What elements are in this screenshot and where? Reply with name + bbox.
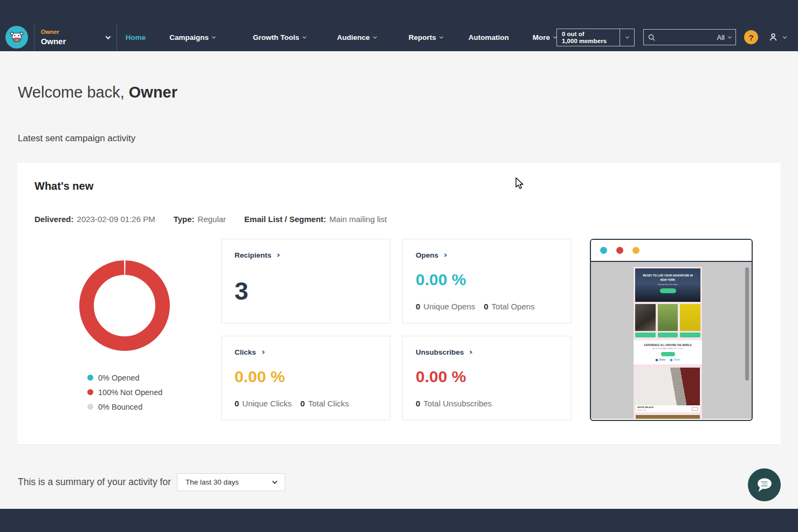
email-photo-row [635, 304, 700, 331]
chat-bubble-icon [754, 475, 775, 495]
campaign-title: What's new [35, 180, 93, 192]
nav-campaigns[interactable]: Campaigns [169, 33, 215, 42]
facebook-share-link: Share [656, 358, 665, 361]
nav-home[interactable]: Home [126, 33, 146, 42]
chevron-down-icon [783, 34, 787, 38]
campaign-meta: Delivered:2023-02-09 01:26 PM Type:Regul… [35, 215, 405, 224]
chevron-down-icon [272, 479, 278, 484]
user-menu[interactable] [768, 32, 786, 43]
browser-chrome [591, 240, 752, 262]
chevron-down-icon [620, 29, 634, 46]
email-hotel-photo [636, 368, 700, 405]
email-preview-body: READY TO LIVE YOUR ADVENTURE IN NEW YORK… [591, 262, 752, 419]
opens-rate: 0.00 % [416, 271, 466, 289]
help-button[interactable]: ? [744, 30, 758, 44]
email-photo [635, 304, 656, 331]
account-switcher[interactable]: Owner Owner [34, 23, 117, 51]
global-search: All [643, 29, 736, 45]
facebook-icon [656, 359, 658, 361]
campaign-activity-card: What's new Delivered:2023-02-09 01:26 PM… [17, 163, 781, 444]
brand-logo[interactable] [0, 26, 34, 49]
search-input[interactable] [658, 33, 714, 42]
email-cta-button [660, 288, 676, 293]
delivered-meta: Delivered:2023-02-09 01:26 PM [35, 215, 155, 224]
bounced-dot-icon [87, 404, 93, 410]
chevron-right-icon [276, 253, 280, 257]
email-preview-thumbnail[interactable]: READY TO LIVE YOUR ADVENTURE IN NEW YORK… [590, 239, 753, 421]
email-listing-caption: WHITE PALACEHotel, City [636, 405, 700, 412]
chevron-right-icon [261, 350, 265, 354]
unsubscribes-rate: 0.00 % [416, 368, 466, 386]
legend-item-bounced: 0% Bounced [87, 399, 162, 414]
cow-mascot-icon [5, 26, 28, 49]
opens-donut-chart [79, 260, 170, 351]
clicks-details: 0Unique Clicks 0Total Clicks [235, 399, 349, 408]
legend-item-opened: 0% Opened [87, 370, 162, 385]
page-title: Welcome back, Owner [18, 84, 177, 101]
legend-item-not-opened: 100% Not Opened [87, 385, 162, 399]
unsubscribes-details: 0Total Unsubscribes [416, 399, 492, 408]
welcome-user-name: Owner [129, 84, 177, 101]
user-icon [768, 32, 779, 43]
recipients-value: 3 [235, 277, 249, 306]
account-name: Owner [41, 37, 66, 46]
members-quota-text: 0 out of 1,000 members [557, 29, 620, 46]
email-content: READY TO LIVE YOUR ADVENTURE IN NEW YORK… [634, 267, 702, 419]
not-opened-dot-icon [87, 389, 93, 395]
search-icon [648, 34, 655, 41]
window-dot-icon [616, 247, 623, 254]
clicks-link[interactable]: Clicks [235, 348, 377, 356]
email-cta-button [661, 352, 675, 356]
opened-dot-icon [87, 375, 93, 381]
nav-reports[interactable]: Reports [409, 33, 443, 42]
members-quota-dropdown[interactable]: 0 out of 1,000 members [556, 29, 635, 46]
chevron-down-icon [105, 34, 111, 39]
nav-automation[interactable]: Automation [469, 33, 509, 42]
opens-card: Opens 0.00 % 0Unique Opens 0Total Opens [402, 239, 572, 323]
chevron-right-icon [469, 350, 472, 354]
opens-link[interactable]: Opens [416, 251, 558, 259]
email-text-section: EXPERIENCE ALL AROUND THE WORLD BOOK NOW… [634, 340, 702, 364]
nav-audience[interactable]: Audience [337, 33, 376, 42]
top-navigation-bar: Owner Owner Home Campaigns Growth Tools … [0, 0, 798, 51]
date-range-dropdown[interactable]: The last 30 days [177, 473, 285, 491]
footer-bar [0, 509, 798, 532]
clicks-card: Clicks 0.00 % 0Unique Clicks 0Total Clic… [221, 336, 390, 420]
email-photo [680, 304, 700, 331]
recipients-card: Recipients 3 [221, 239, 390, 323]
summary-label: This is a summary of your activity for [18, 476, 171, 488]
window-dot-icon [600, 247, 607, 254]
unsubscribes-link[interactable]: Unsubscribes [416, 348, 558, 356]
activity-section-label: Latest sent campaign activity [18, 133, 135, 144]
opens-details: 0Unique Opens 0Total Opens [416, 302, 535, 311]
twitter-tweet-link: Tweet [670, 358, 680, 361]
email-listing-button [692, 407, 698, 411]
twitter-icon [670, 359, 672, 361]
live-chat-button[interactable] [748, 468, 781, 501]
main-nav: Home Campaigns Growth Tools Audience Rep… [117, 33, 556, 42]
email-lobby-photo [636, 415, 700, 419]
nav-growth-tools[interactable]: Growth Tools [253, 33, 306, 42]
nav-more[interactable]: More [533, 33, 556, 42]
preview-scrollbar[interactable] [745, 267, 749, 381]
chevron-down-icon [439, 34, 443, 38]
segment-meta: Email List / Segment:Main mailing list [244, 215, 387, 224]
chevron-right-icon [443, 253, 447, 257]
type-meta: Type:Regular [174, 215, 226, 224]
clicks-rate: 0.00 % [235, 368, 285, 386]
chevron-down-icon [373, 34, 377, 38]
email-hero-image: READY TO LIVE YOUR ADVENTURE IN NEW YORK… [635, 268, 700, 302]
chevron-down-icon [212, 34, 216, 38]
account-role: Owner [41, 29, 66, 35]
donut-legend: 0% Opened 100% Not Opened 0% Bounced [87, 370, 162, 414]
chevron-down-icon [302, 34, 306, 38]
recipients-link[interactable]: Recipients [235, 251, 377, 259]
search-scope-dropdown[interactable]: All [717, 33, 731, 42]
window-dot-icon [632, 247, 639, 254]
app-screen: Owner Owner Home Campaigns Growth Tools … [0, 0, 798, 532]
email-photo-buttons [635, 333, 700, 337]
unsubscribes-card: Unsubscribes 0.00 % 0Total Unsubscribes [402, 336, 572, 420]
email-photo [658, 304, 678, 331]
chevron-down-icon [728, 34, 732, 38]
